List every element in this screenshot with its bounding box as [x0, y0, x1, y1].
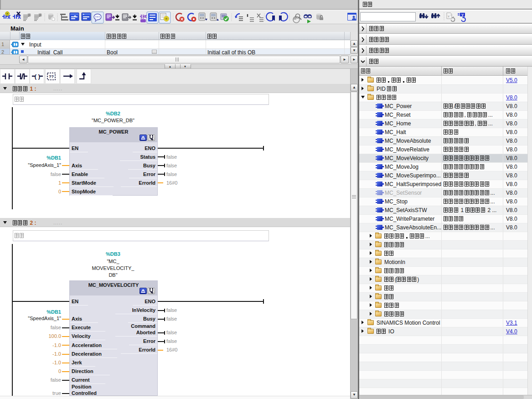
svg-text:V: V [461, 13, 464, 16]
svg-text:??: ?? [49, 74, 54, 79]
svg-text:( ): ( ) [35, 73, 40, 80]
